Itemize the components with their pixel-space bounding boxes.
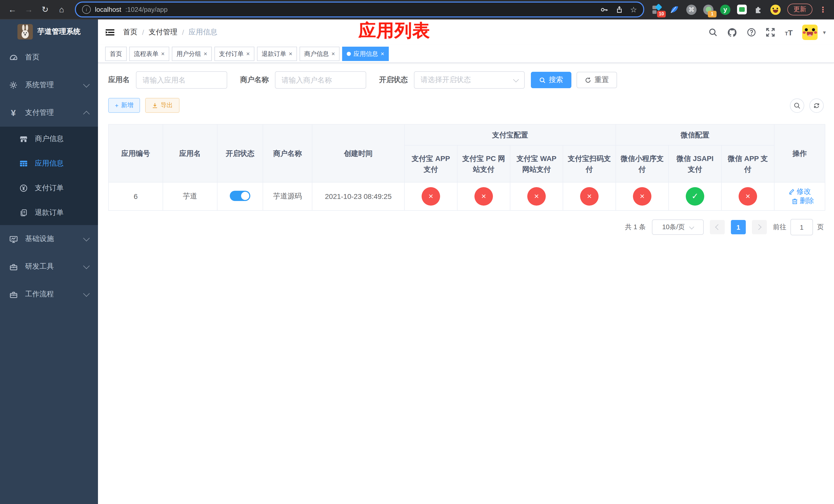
user-avatar[interactable]	[803, 25, 818, 40]
extension-sail-icon[interactable]	[670, 4, 680, 15]
sidebar-item-payment[interactable]: ¥ 支付管理	[0, 99, 98, 127]
status-select-placeholder: 请选择开启状态	[421, 75, 471, 85]
browser-back-icon[interactable]: ←	[5, 2, 20, 17]
reset-button[interactable]: 重置	[576, 72, 617, 88]
tab-pay-order[interactable]: 支付订单 ×	[214, 47, 255, 61]
caret-down-icon[interactable]: ▾	[823, 29, 826, 36]
breadcrumb-separator: /	[142, 28, 144, 37]
extension-command-icon[interactable]: ⌘	[686, 4, 697, 15]
browser-forward-icon[interactable]: →	[22, 2, 36, 17]
header-search-icon[interactable]	[708, 28, 718, 37]
delete-link-label: 删除	[799, 197, 814, 206]
sidebar-logo[interactable]: 芋道管理系统	[0, 20, 98, 44]
font-size-icon[interactable]: TT	[785, 28, 793, 36]
tab-label: 流程表单	[134, 49, 158, 58]
tab-process-form[interactable]: 流程表单 ×	[129, 47, 169, 61]
sidebar: 芋道管理系统 首页 系统管理 ¥ 支付管理	[0, 20, 98, 504]
page-number-active[interactable]: 1	[731, 220, 746, 234]
app-title: 芋道管理系统	[38, 27, 81, 36]
next-page-button[interactable]	[752, 220, 767, 234]
close-icon[interactable]: ×	[331, 50, 335, 58]
profile-emoji-avatar[interactable]	[770, 4, 781, 15]
extension-recorder-icon[interactable]: 1	[703, 4, 714, 15]
sidebar-item-home[interactable]: 首页	[0, 44, 98, 71]
sidebar-item-label: 基础设施	[25, 234, 54, 244]
disabled-status-icon: ×	[580, 187, 598, 206]
status-select[interactable]: 请选择开启状态	[414, 71, 525, 89]
table-toolbar: + 新增 导出	[108, 98, 824, 113]
disabled-status-icon: ×	[422, 187, 440, 206]
help-icon[interactable]	[747, 28, 756, 37]
breadcrumb-payment[interactable]: 支付管理	[149, 28, 177, 37]
fullscreen-icon[interactable]	[766, 28, 775, 37]
status-toggle-on[interactable]	[230, 190, 250, 201]
prev-page-button[interactable]	[710, 220, 725, 234]
chevron-down-icon	[83, 234, 89, 241]
sidebar-item-pay-order[interactable]: 支付订单	[0, 176, 98, 201]
toolbox-icon	[9, 262, 18, 271]
github-icon[interactable]	[727, 27, 737, 37]
col-header-alipay-app: 支付宝 APP 支付	[404, 145, 457, 182]
app-name-input[interactable]	[136, 71, 227, 89]
add-button-label: 新增	[121, 101, 133, 110]
edit-link[interactable]: 修改	[788, 187, 811, 196]
breadcrumb-home[interactable]: 首页	[123, 28, 137, 37]
disabled-status-icon: ×	[739, 187, 757, 206]
download-icon	[152, 102, 158, 109]
close-icon[interactable]: ×	[161, 50, 164, 58]
browser-home-icon[interactable]: ⌂	[54, 2, 69, 17]
site-info-icon[interactable]: i	[82, 5, 91, 14]
tab-refund-order[interactable]: 退款订单 ×	[257, 47, 297, 61]
cell-alipay-pc: ×	[457, 182, 510, 210]
goto-page-input[interactable]	[790, 219, 813, 235]
sidebar-item-refund-order[interactable]: 退款订单	[0, 201, 98, 225]
browser-menu-icon[interactable]: ⋮	[819, 5, 827, 14]
refresh-table-button[interactable]	[809, 98, 824, 113]
cell-operations: 修改 删除	[774, 182, 825, 210]
page-size-select[interactable]: 10条/页	[652, 220, 704, 235]
chevron-down-icon	[689, 224, 694, 229]
sidebar-item-dev-tools[interactable]: 研发工具	[0, 253, 98, 280]
bookmark-star-icon[interactable]: ☆	[630, 5, 637, 14]
sidebar-item-merchant-info[interactable]: 商户信息	[0, 127, 98, 151]
cell-merchant: 芋道源码	[263, 182, 312, 210]
tab-merchant-info[interactable]: 商户信息 ×	[300, 47, 339, 61]
sidebar-item-system[interactable]: 系统管理	[0, 71, 98, 99]
delete-link[interactable]: 删除	[791, 197, 814, 206]
browser-update-button[interactable]: 更新	[787, 4, 812, 15]
export-button[interactable]: 导出	[145, 98, 179, 113]
export-button-label: 导出	[160, 101, 173, 110]
chevron-down-icon	[83, 262, 89, 269]
chevron-up-icon	[83, 111, 89, 117]
sidebar-item-infrastructure[interactable]: 基础设施	[0, 225, 98, 253]
close-icon[interactable]: ×	[246, 50, 250, 58]
tab-label: 退款订单	[262, 49, 286, 58]
close-icon[interactable]: ×	[289, 50, 292, 58]
sidebar-fold-icon[interactable]	[105, 27, 115, 37]
add-button[interactable]: + 新增	[108, 98, 140, 113]
sidebar-item-app-info[interactable]: 应用信息	[0, 151, 98, 176]
tab-app-info-active[interactable]: 应用信息 ×	[342, 47, 389, 61]
address-bar[interactable]: i localhost :1024/pay/app ☆	[75, 2, 644, 18]
close-icon[interactable]: ×	[380, 50, 384, 58]
sidebar-item-workflow[interactable]: 工作流程	[0, 280, 98, 308]
show-search-button[interactable]	[790, 98, 804, 113]
tab-user-group[interactable]: 用户分组 ×	[172, 47, 212, 61]
extension-y-icon[interactable]: y	[720, 4, 730, 15]
col-header-alipay-wap: 支付宝 WAP 网站支付	[510, 145, 563, 182]
close-icon[interactable]: ×	[204, 50, 207, 58]
browser-reload-icon[interactable]: ↻	[38, 2, 52, 17]
search-button[interactable]: 搜索	[531, 72, 571, 88]
extensions-puzzle-icon[interactable]	[753, 4, 764, 15]
documents-icon	[20, 209, 28, 217]
share-icon[interactable]	[615, 5, 623, 14]
password-key-icon[interactable]	[600, 5, 608, 14]
col-header-wx-jsapi: 微信 JSAPI 支付	[668, 145, 721, 182]
extension-badge: 1	[708, 10, 717, 17]
extension-chat-icon[interactable]	[737, 5, 747, 14]
tab-home[interactable]: 首页	[105, 47, 127, 61]
cell-wx-app: ×	[721, 182, 774, 210]
merchant-name-input[interactable]	[275, 71, 366, 89]
breadcrumb: 首页 / 支付管理 / 应用信息	[123, 28, 218, 37]
extension-blocks-icon[interactable]: 10	[653, 4, 663, 15]
